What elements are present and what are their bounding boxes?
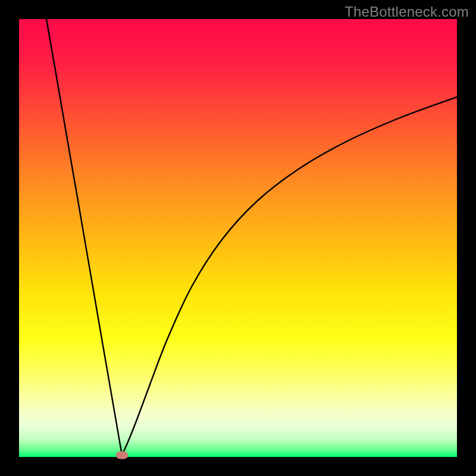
bottleneck-curve xyxy=(19,19,457,457)
minimum-marker xyxy=(116,452,128,459)
watermark-text: TheBottleneck.com xyxy=(345,4,469,20)
chart-plot-area xyxy=(19,19,457,457)
curve-path xyxy=(46,19,457,455)
